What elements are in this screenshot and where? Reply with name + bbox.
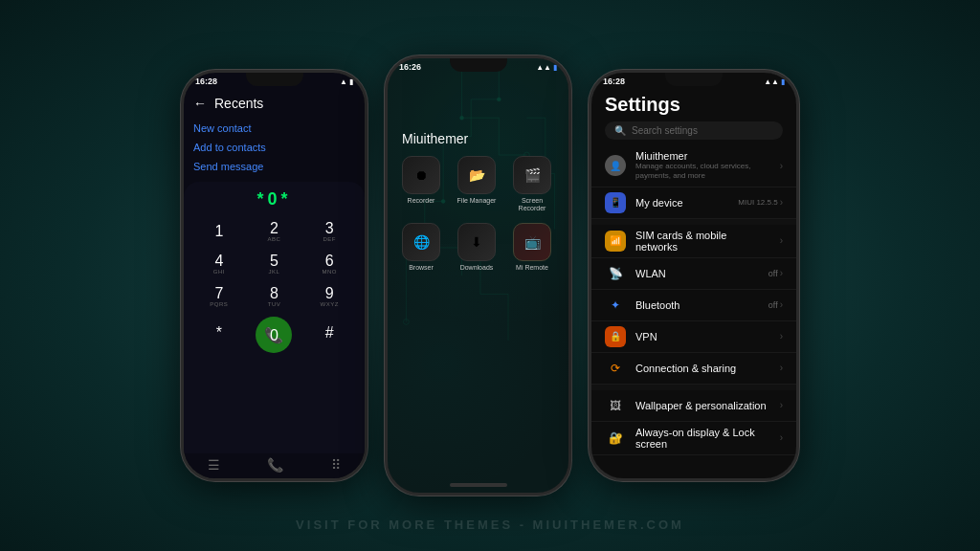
watermark-text: VISIT FOR MORE THEMES - MIUITHEMER.COM xyxy=(296,518,684,532)
bluetooth-icon: ✦ xyxy=(605,295,626,316)
status-time-left: 16:28 xyxy=(195,77,217,86)
vpn-text: VPN xyxy=(635,331,770,342)
chevron-sim: › xyxy=(780,235,783,246)
wallpaper-text: Wallpaper & personalization xyxy=(635,400,770,411)
battery-icon-left: ▮ xyxy=(349,77,353,86)
app-grid: ⏺ Recorder 📂 File Manager � xyxy=(388,156,568,272)
vpn-right: › xyxy=(780,331,783,342)
screen-left: 16:28 ▲ ▮ ← Recents New contact Add to c… xyxy=(184,73,365,478)
connection-right: › xyxy=(780,363,783,373)
lock-right: › xyxy=(780,432,783,443)
device-text: My device xyxy=(635,197,728,209)
app-screenrec[interactable]: 🎬 Screen Recorder xyxy=(508,156,556,213)
home-bar xyxy=(450,483,507,487)
browser-label: Browser xyxy=(409,264,434,272)
account-right: › xyxy=(780,161,783,171)
connection-icon: ⟳ xyxy=(605,358,626,379)
phone-right: 16:28 ▲▲ ▮ Settings 🔍 Search settings 👤 xyxy=(589,70,799,481)
connection-text: Connection & sharing xyxy=(635,363,770,374)
lock-text: Always-on display & Lock screen xyxy=(635,427,770,450)
battery-center-icon: ▮ xyxy=(553,63,557,72)
settings-item-connection[interactable]: ⟳ Connection & sharing › xyxy=(591,353,796,385)
wlan-text: WLAN xyxy=(635,268,759,279)
device-icon: 📱 xyxy=(605,192,626,213)
notch-right xyxy=(665,73,723,86)
key-6[interactable]: 6MNO xyxy=(303,250,355,278)
app-downloads[interactable]: ⬇ Downloads xyxy=(453,223,501,272)
phone-icon[interactable]: 📞 xyxy=(267,457,283,473)
account-text: Miuithemer Manage accounts, cloud servic… xyxy=(635,150,770,182)
settings-item-wlan[interactable]: 📡 WLAN off › xyxy=(591,258,796,290)
device-version: MIUI 12.5.5 xyxy=(738,198,777,207)
settings-item-sim[interactable]: 📶 SIM cards & mobile networks › xyxy=(591,225,796,258)
status-icons-right: ▲▲ ▮ xyxy=(764,77,785,86)
status-icons-left: ▲ ▮ xyxy=(340,77,353,86)
chevron-connection: › xyxy=(780,363,783,373)
folder-label: Miuithemer xyxy=(388,74,568,156)
key-4[interactable]: 4GHI xyxy=(193,250,245,278)
bottom-nav-left: ☰ 📞 ⠿ xyxy=(184,453,365,478)
status-time-center: 16:26 xyxy=(399,62,421,72)
key-9[interactable]: 9WXYZ xyxy=(303,282,355,311)
send-message-link[interactable]: Send message xyxy=(193,161,355,172)
screenrec-label: Screen Recorder xyxy=(508,197,556,213)
key-2[interactable]: 2ABC xyxy=(249,217,301,246)
vpn-icon: 🔒 xyxy=(605,326,626,347)
lock-name: Always-on display & Lock screen xyxy=(635,427,770,450)
app-filemanager[interactable]: 📂 File Manager xyxy=(453,156,501,213)
downloads-label: Downloads xyxy=(460,264,494,272)
wlan-right: off › xyxy=(768,268,783,278)
settings-item-lock[interactable]: 🔐 Always-on display & Lock screen › xyxy=(591,422,796,455)
miremote-label: Mi Remote xyxy=(516,264,548,272)
key-1[interactable]: 1 xyxy=(193,217,245,246)
search-bar[interactable]: 🔍 Search settings xyxy=(605,121,783,140)
recents-title: Recents xyxy=(214,96,263,111)
screen-center: 16:26 ▲▲ ▮ Miuithemer ⏺ Recorde xyxy=(388,58,568,493)
chevron-wallpaper: › xyxy=(780,400,783,410)
new-contact-link[interactable]: New contact xyxy=(193,122,355,134)
key-8[interactable]: 8TUV xyxy=(249,282,301,311)
wlan-name: WLAN xyxy=(635,268,759,279)
settings-item-bluetooth[interactable]: ✦ Bluetooth off › xyxy=(591,290,796,321)
phone-center: 16:26 ▲▲ ▮ Miuithemer ⏺ Recorde xyxy=(385,55,571,496)
keypad: 1 2ABC 3DEF 4GHI 5JKL 6MNO 7PQRS 8TUV 9W… xyxy=(193,217,355,311)
menu-icon[interactable]: ☰ xyxy=(208,457,220,473)
chevron-vpn: › xyxy=(780,331,783,342)
app-row-1: ⏺ Recorder 📂 File Manager � xyxy=(397,156,559,213)
dialpad-section: *0* 1 2ABC 3DEF 4GHI 5JKL 6MNO 7PQRS 8TU… xyxy=(184,182,365,453)
bluetooth-right: off › xyxy=(768,299,783,310)
status-icons-center: ▲▲ ▮ xyxy=(536,63,557,72)
key-7[interactable]: 7PQRS xyxy=(193,282,245,311)
recorder-icon: ⏺ xyxy=(402,156,440,194)
chevron-bluetooth: › xyxy=(780,299,783,310)
sim-icon: 📶 xyxy=(605,231,626,252)
dial-input: *0* xyxy=(256,189,291,209)
settings-item-vpn[interactable]: 🔒 VPN › xyxy=(591,321,796,353)
notch-center xyxy=(450,58,507,72)
back-arrow-icon[interactable]: ← xyxy=(193,96,207,111)
app-recorder[interactable]: ⏺ Recorder xyxy=(397,156,445,213)
settings-item-device[interactable]: 📱 My device MIUI 12.5.5 › xyxy=(591,187,796,219)
settings-list: 👤 Miuithemer Manage accounts, cloud serv… xyxy=(591,145,796,455)
add-contact-link[interactable]: Add to contacts xyxy=(193,142,355,153)
sim-right: › xyxy=(780,235,783,246)
app-row-2: 🌐 Browser ⬇ Downloads 📺 xyxy=(397,223,559,272)
settings-item-wallpaper[interactable]: 🖼 Wallpaper & personalization › xyxy=(591,390,796,422)
settings-item-account[interactable]: 👤 Miuithemer Manage accounts, cloud serv… xyxy=(591,145,796,187)
chevron-device: › xyxy=(780,197,783,208)
key-0[interactable]: 0 xyxy=(270,324,278,347)
screenrec-icon: 🎬 xyxy=(513,156,551,194)
app-browser[interactable]: 🌐 Browser xyxy=(397,223,445,272)
signal-right-icon: ▲▲ xyxy=(764,77,779,86)
recorder-label: Recorder xyxy=(408,197,435,205)
key-3[interactable]: 3DEF xyxy=(303,217,355,246)
grid-icon[interactable]: ⠿ xyxy=(331,457,341,473)
key-5[interactable]: 5JKL xyxy=(249,250,301,278)
chevron-wlan: › xyxy=(780,268,783,278)
notch-left xyxy=(246,73,303,86)
app-miremote[interactable]: 📺 Mi Remote xyxy=(508,223,556,272)
device-right: MIUI 12.5.5 › xyxy=(738,197,783,208)
key-zero-row: 0 xyxy=(193,324,355,328)
search-placeholder: Search settings xyxy=(632,125,698,136)
account-icon: 👤 xyxy=(605,155,626,176)
